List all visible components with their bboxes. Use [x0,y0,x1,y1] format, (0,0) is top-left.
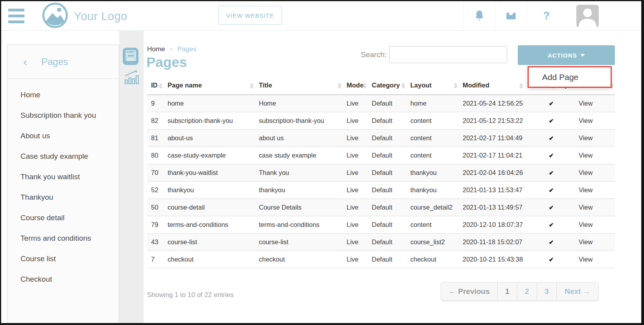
view-link[interactable]: View [579,238,592,245]
cell-page-name: checkout [164,251,255,268]
browser-window-icon [125,50,136,63]
view-link[interactable]: View [579,134,592,141]
cell-options: View [556,182,615,199]
logo[interactable]: Your Logo [42,2,127,30]
cell-id: 9 [147,95,164,112]
publish-check-icon: ✔ [549,239,554,245]
help-button[interactable]: ? [527,1,566,31]
view-link[interactable]: View [579,221,592,228]
cell-id: 81 [147,130,164,147]
actions-button[interactable]: ACTIONS [518,45,615,65]
cell-options: View [556,216,615,234]
view-link[interactable]: View [579,186,592,193]
publish-check-icon: ✔ [549,152,554,159]
cell-title: thankyou [255,182,343,199]
cell-publish: ✔ [524,147,556,164]
table-row: 79terms-and-conditionsterms-and-conditio… [147,216,615,234]
column-header-category[interactable]: Category [368,77,406,95]
page-title: Pages [146,54,187,70]
view-link[interactable]: View [579,152,592,159]
cell-title: terms-and-conditions [255,216,343,234]
add-page-menu-item[interactable]: Add Page [542,72,578,82]
cell-options: View [556,130,615,147]
sidebar-item-course-list[interactable]: Course list [7,249,119,269]
cell-mode: Live [343,251,368,268]
chevron-left-icon[interactable]: ‹ [23,56,27,68]
previous-page-button[interactable]: ← Previous [441,282,497,300]
sidebar-item-course-detail[interactable]: Course detail [7,208,119,228]
sidebar-item-home[interactable]: Home [7,85,119,105]
page-button-3[interactable]: 3 [537,282,556,300]
stats-chart-icon[interactable] [122,68,141,86]
cell-page-name: case-study-example [164,147,255,164]
column-header-layout[interactable]: Layout [406,77,459,95]
cell-page-name: thank-you-waitlist [164,164,255,182]
breadcrumb-separator-icon: › [170,45,172,53]
cell-category: Default [368,95,406,112]
table-row: 81about-usabout usLiveDefaultcontent2021… [147,130,615,147]
hamburger-menu-icon[interactable] [8,9,24,23]
cell-layout: checkout [406,251,459,268]
cell-category: Default [368,251,406,268]
cell-mode: Live [343,112,368,130]
sort-arrows-icon [363,83,367,89]
publish-check-icon: ✔ [549,100,554,107]
sidebar-item-terms-and-conditions[interactable]: Terms and conditions [7,228,119,249]
cell-publish: ✔ [524,251,556,268]
sidebar-item-case-study-example[interactable]: Case study example [7,146,119,167]
cell-category: Default [368,216,406,234]
cell-mode: Live [343,95,368,112]
top-bar: Your Logo VIEW WEBSITE ? [1,1,641,31]
view-website-button[interactable]: VIEW WEBSITE [218,6,282,25]
publish-check-icon: ✔ [549,221,554,228]
next-page-button[interactable]: Next → [556,282,598,300]
view-link[interactable]: View [579,204,592,211]
cell-layout: content [406,130,459,147]
cell-id: 80 [147,147,164,164]
view-link[interactable]: View [579,169,592,176]
sidebar-item-thank-you-waitlist[interactable]: Thank you waitlist [7,167,119,187]
cell-mode: Live [343,234,368,251]
cell-id: 82 [147,112,164,130]
column-header-id[interactable]: ID [147,77,164,95]
column-header-mode[interactable]: Mode [343,77,368,95]
view-link[interactable]: View [579,117,592,124]
sidebar-item-subscription-thank-you[interactable]: Subscription thank you [7,105,119,126]
cell-mode: Live [343,147,368,164]
publish-check-icon: ✔ [549,256,554,263]
cell-id: 43 [147,234,164,251]
sidebar-item-about-us[interactable]: About us [7,126,119,146]
sort-arrows-icon [519,83,523,89]
cell-title: about us [255,130,343,147]
view-link[interactable]: View [579,256,592,263]
cell-publish: ✔ [524,95,556,112]
page-button-1[interactable]: 1 [497,282,517,300]
pages-view-button[interactable] [123,48,138,65]
question-mark-icon: ? [543,10,550,22]
cell-options: View [556,112,615,130]
breadcrumb-home-link[interactable]: Home [147,45,165,53]
cell-mode: Live [343,216,368,234]
view-link[interactable]: View [579,100,592,107]
column-header-modified[interactable]: Modified [459,77,524,95]
search-input[interactable] [389,46,507,63]
column-header-page-name[interactable]: Page name [164,77,255,95]
cell-modified: 2021-01-13 11:49:57 [459,199,524,216]
cell-title: Thank you [255,164,343,182]
inbox-button[interactable] [495,1,527,31]
cell-publish: ✔ [524,199,556,216]
notifications-button[interactable] [463,1,495,31]
sidebar-item-thankyou[interactable]: Thankyou [7,187,119,208]
column-header-title[interactable]: Title [255,77,343,95]
cell-id: 79 [147,216,164,234]
entries-summary: Showing 1 to 10 of 22 entries [147,291,234,299]
avatar-person-icon [576,5,599,27]
page-button-2[interactable]: 2 [517,282,537,300]
user-avatar[interactable] [566,1,609,31]
sort-arrows-icon [159,83,162,89]
cell-page-name: about-us [164,130,255,147]
sidebar-item-checkout[interactable]: Checkout [7,269,119,290]
cell-publish: ✔ [524,234,556,251]
cell-layout: thankyou [406,182,459,199]
table-row: 50course-detailCourse DetailsLiveDefault… [147,199,615,216]
